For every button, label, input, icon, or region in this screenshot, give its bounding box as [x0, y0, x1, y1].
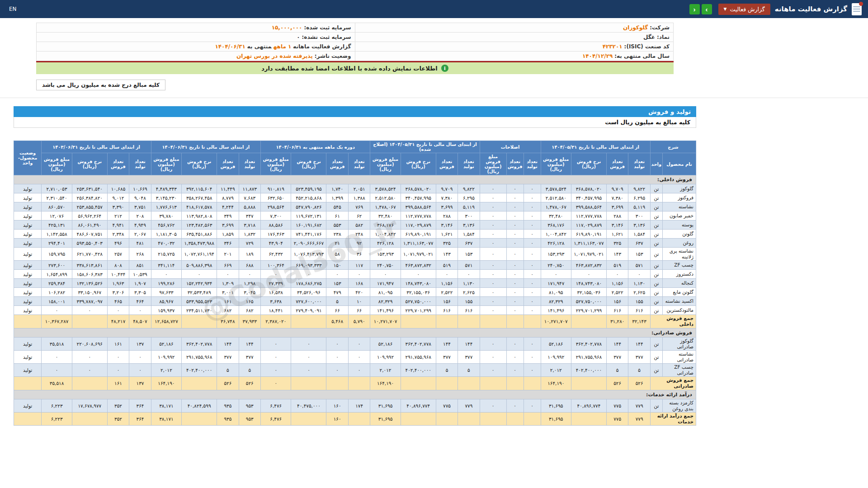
cell-unit: تن	[650, 297, 662, 306]
cell-status: تولید	[14, 211, 42, 221]
cell-value: ۱۷۱,۹۴۷	[541, 279, 571, 288]
cell-value	[458, 412, 480, 425]
cell-value: ۱۵۶	[606, 297, 628, 306]
cell-value: ۰	[480, 297, 506, 306]
cell-value: ۱,۰۷۶,۴۱۳,۷۹۳	[291, 248, 326, 261]
cell-value: ۰	[326, 350, 348, 363]
cell-value: ۷۷۵	[606, 412, 628, 425]
cell-status	[14, 377, 42, 390]
cell-value: ۰	[261, 350, 291, 363]
column-header: تعداد تولید	[628, 153, 650, 175]
column-header: از ابتدای سال مالی تا تاریخ ۱۴۰۳/۰۶/۳۱	[42, 141, 151, 153]
cell-value: ۸۰۸	[107, 261, 129, 270]
cell-value: ۰	[107, 364, 129, 377]
column-header: وضعیت محصول-واحد	[14, 141, 42, 175]
cell-value: ۳,۰۴۵	[239, 288, 260, 297]
cell-value: ۱,۴۷۸,۰۶۷	[541, 202, 571, 211]
cell-value	[436, 315, 458, 328]
column-header: تعداد فروش	[326, 153, 348, 175]
info-label: سال مالی منتهی به:	[614, 53, 670, 59]
cell-value: ۲۷۹,۴۰۹,۰۹۱	[291, 306, 326, 315]
cell-value: ۱۴۴	[217, 337, 239, 350]
column-header: نرخ فروش (ریال)	[401, 153, 436, 175]
cell-value: ۴۲۰	[348, 288, 370, 297]
topbar: گزارش فعالیت ماهانه گزارش فعالیت ▼ › ‹ E…	[0, 0, 868, 18]
cell-status	[14, 315, 42, 328]
cell-value: ۱۲,۶۵۸,۷۲۷	[151, 315, 181, 328]
table-row: گلوکوزتن۹,۸۲۲۹,۷۰۹۳۶۸,۵۷۸,۰۲۰۳,۵۷۸,۵۲۴۰۰…	[14, 184, 696, 193]
cell-value: ۵	[458, 364, 480, 377]
section-row-label: فروش داخلی:	[14, 175, 696, 184]
cell-value: ۰	[261, 337, 291, 350]
cell-value: ۱۱۷,۰۲۹,۸۷۹	[571, 221, 606, 230]
cell-value: ۳,۰۰۱	[217, 288, 239, 297]
cell-value: ۰	[524, 248, 541, 261]
table-row: کنجالهتن۱,۱۳۰۱,۱۵۶۱۴۸,۷۴۳,۰۸۰۱۷۱,۹۴۷۰۰۰۱…	[14, 279, 696, 288]
cell-unit: تن	[650, 261, 662, 270]
cell-value: ۳۷۷	[458, 350, 480, 363]
cell-value: ۱۷۸,۶۸۶,۲۷۵	[291, 279, 326, 288]
cell-value: ۲,۰۹۰,۶۶۶,۶۶۷	[291, 239, 326, 248]
cell-value: ۱۰۰,۳۶۴	[261, 261, 291, 270]
company-info-row: شرکت:گلوکوزانسرمایه ثبت شده:۱۵,۰۰۰,۰۰۰	[37, 23, 674, 33]
cell-value: ۳,۷۵۱	[129, 202, 151, 211]
cell-value: ۲۱۵,۷۲۵	[151, 248, 181, 261]
section-row: فروش داخلی:	[14, 175, 696, 184]
cell-value: ۰	[524, 193, 541, 202]
cell-value	[401, 315, 436, 328]
cell-value: ۱۴۱,۴۹۶	[541, 306, 571, 315]
table-row: فروکتوزتن۶,۲۹۵۷,۳۸۰۳۴۰,۴۵۷,۹۹۵۲,۵۱۲,۵۸۰۰…	[14, 193, 696, 202]
info-value: پذیرفته شده در بورس تهران	[236, 53, 313, 59]
cell-value	[458, 377, 480, 390]
language-toggle-en[interactable]: EN	[6, 6, 19, 12]
column-header: مبلغ فروش (میلیون ریال)	[480, 153, 506, 175]
cell-value: ۶۳۷	[458, 239, 480, 248]
cell-value: ۲۵۳,۸۵۵,۴۵۷	[72, 202, 107, 211]
cell-value: ۱۵۶	[436, 297, 458, 306]
cell-value: ۵,۸۸۸	[239, 202, 260, 211]
cell-value: ۹۷,۶۳۳	[151, 288, 181, 297]
cell-value: ۰	[217, 270, 239, 279]
cell-value: ۰	[291, 350, 326, 363]
cell-value	[436, 377, 458, 390]
cell-value: ۱۱۲,۷۷۷,۷۷۸	[401, 211, 436, 221]
cell-value	[524, 412, 541, 425]
cell-value: ۱۱۳,۹۸۲,۸۰۸	[182, 211, 217, 221]
cell-value: ۳,۶۹۹	[606, 202, 628, 211]
cell-value: ۰	[42, 350, 72, 363]
cell-value: ۰	[107, 350, 129, 363]
column-header: نرخ فروش (ریال)	[291, 153, 326, 175]
cell-value: ۱۶۰	[326, 399, 348, 412]
cell-value: ۲۲۹,۷۰۱,۲۹۹	[401, 306, 436, 315]
cell-value: ۳۱,۶۹۵	[370, 412, 401, 425]
cell-value: ۷۷۹	[458, 399, 480, 412]
report-type-dropdown[interactable]: گزارش فعالیت ▼	[718, 4, 770, 15]
cell-value: ۱,۳۰۹	[217, 279, 239, 288]
cell-product-name: خمیر صابون	[663, 211, 696, 221]
cell-unit: تن	[650, 306, 662, 315]
cell-value: ۱۸,۴۴۱	[261, 306, 291, 315]
cell-value: ۳۹۲,۱۱۵,۶۰۴	[182, 184, 217, 193]
cell-value: ۳۹,۷۸۰	[151, 211, 181, 221]
cell-unit: تن	[650, 211, 662, 221]
page-title: گزارش فعالیت ماهانه	[775, 5, 847, 13]
cell-value: ۰	[151, 270, 181, 279]
cell-value: ۲۵۹,۳۸۴	[42, 279, 72, 288]
cell-value: ۲۲۹,۷۰۱,۲۹۹	[571, 306, 606, 315]
cell-value: ۱۰,۲۷۱,۷۰۷	[370, 315, 401, 328]
cell-value: ۰	[326, 270, 348, 279]
prev-report-button[interactable]: ‹	[689, 4, 700, 14]
cell-value: ۵	[606, 364, 628, 377]
cell-value	[291, 315, 326, 328]
cell-value: ۰	[480, 350, 506, 363]
next-report-button[interactable]: ›	[702, 4, 712, 14]
cell-value: ۲۳۸	[326, 230, 348, 239]
cell-value: ۱۵۳	[326, 279, 348, 288]
cell-value: ۰	[129, 306, 151, 315]
cell-value: ۹,۷۰۹	[606, 184, 628, 193]
cell-value: ۰	[506, 270, 524, 279]
cell-value: ۳۲,۱۴۳	[628, 315, 650, 328]
cell-value: ۱۴۳	[606, 248, 628, 261]
table-row: چسب ZFتن۵۷۱۵۱۹۴۶۳,۸۷۲,۸۳۲۲۴۰,۷۵۰۰۰۰۵۷۱۵۱…	[14, 261, 696, 270]
cell-value: ۱۷۶,۴۶۳	[261, 230, 291, 239]
